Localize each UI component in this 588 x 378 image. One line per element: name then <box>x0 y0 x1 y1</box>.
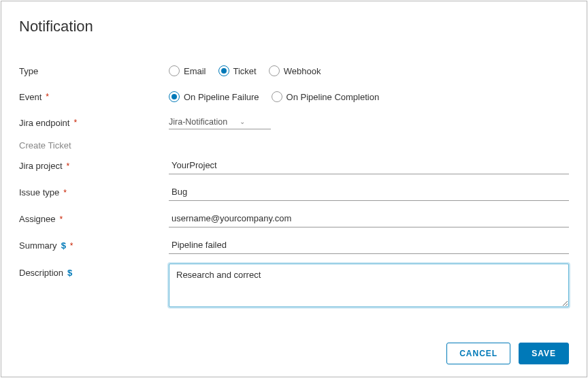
type-webhook-label: Webhook <box>284 66 321 76</box>
label-issue-type: Issue type * <box>19 187 169 198</box>
row-summary: Summary $ * <box>19 237 569 254</box>
type-ticket-label: Ticket <box>233 66 257 76</box>
required-mark: * <box>59 215 63 224</box>
label-jira-endpoint-text: Jira endpoint <box>19 118 69 128</box>
event-failure-radio[interactable]: On Pipeline Failure <box>169 91 259 102</box>
event-completion-radio[interactable]: On Pipeline Completion <box>272 91 380 102</box>
issue-type-field-wrap <box>169 184 569 201</box>
required-mark: * <box>70 241 74 251</box>
type-email-radio[interactable]: Email <box>169 65 206 76</box>
label-jira-project-text: Jira project <box>19 161 63 171</box>
type-email-label: Email <box>184 66 206 76</box>
row-jira-project: Jira project * <box>19 157 569 174</box>
jira-project-input[interactable] <box>169 157 569 174</box>
type-webhook-radio[interactable]: Webhook <box>269 65 321 76</box>
summary-input[interactable] <box>169 237 569 254</box>
label-type: Type <box>19 66 169 76</box>
label-assignee-text: Assignee <box>19 214 55 224</box>
event-radio-group: On Pipeline Failure On Pipeline Completi… <box>169 91 569 102</box>
label-description-text: Description <box>19 268 63 278</box>
type-ticket-radio[interactable]: Ticket <box>218 65 257 76</box>
label-jira-endpoint: Jira endpoint * <box>19 118 169 128</box>
label-jira-project: Jira project * <box>19 161 169 171</box>
variable-icon[interactable]: $ <box>67 268 72 278</box>
row-description: Description $ <box>19 264 569 309</box>
required-mark: * <box>74 118 77 127</box>
save-button[interactable]: Save <box>519 343 569 364</box>
event-failure-label: On Pipeline Failure <box>184 92 259 102</box>
summary-field-wrap <box>169 237 569 254</box>
cancel-button[interactable]: Cancel <box>446 343 510 364</box>
label-summary-text: Summary <box>19 240 57 251</box>
variable-icon[interactable]: $ <box>61 240 66 251</box>
event-completion-label: On Pipeline Completion <box>287 92 380 102</box>
create-ticket-section-label: Create Ticket <box>19 140 569 151</box>
row-assignee: Assignee * <box>19 210 569 227</box>
radio-icon <box>272 91 282 102</box>
notification-panel: Notification Type Email Ticket Webhook E… <box>1 1 587 377</box>
jira-endpoint-field: Jira-Notification ⌄ <box>169 116 569 129</box>
required-mark: * <box>67 161 70 171</box>
label-summary: Summary $ * <box>19 240 169 251</box>
chevron-down-icon: ⌄ <box>240 118 245 125</box>
label-type-text: Type <box>19 66 38 76</box>
row-type: Type Email Ticket Webhook <box>19 63 569 79</box>
assignee-field-wrap <box>169 210 569 227</box>
jira-endpoint-value: Jira-Notification <box>169 117 227 127</box>
page-title: Notification <box>19 18 569 35</box>
label-description: Description $ <box>19 264 169 278</box>
radio-icon <box>269 65 280 76</box>
assignee-input[interactable] <box>169 210 569 227</box>
jira-endpoint-select[interactable]: Jira-Notification ⌄ <box>169 117 271 129</box>
type-radio-group: Email Ticket Webhook <box>169 65 569 76</box>
row-jira-endpoint: Jira endpoint * Jira-Notification ⌄ <box>19 114 569 131</box>
radio-icon <box>218 65 229 76</box>
label-issue-type-text: Issue type <box>19 187 59 198</box>
radio-icon <box>169 65 180 76</box>
footer-actions: Cancel Save <box>446 343 569 364</box>
required-mark: * <box>63 188 67 198</box>
row-event: Event * On Pipeline Failure On Pipeline … <box>19 89 569 105</box>
label-event-text: Event <box>19 92 42 102</box>
row-issue-type: Issue type * <box>19 184 569 201</box>
description-field-wrap <box>169 264 569 309</box>
description-textarea[interactable] <box>169 264 569 307</box>
issue-type-input[interactable] <box>169 184 569 201</box>
radio-icon <box>169 91 180 102</box>
label-event: Event * <box>19 92 169 102</box>
label-assignee: Assignee * <box>19 214 169 224</box>
jira-project-field-wrap <box>169 157 569 174</box>
required-mark: * <box>46 92 49 101</box>
